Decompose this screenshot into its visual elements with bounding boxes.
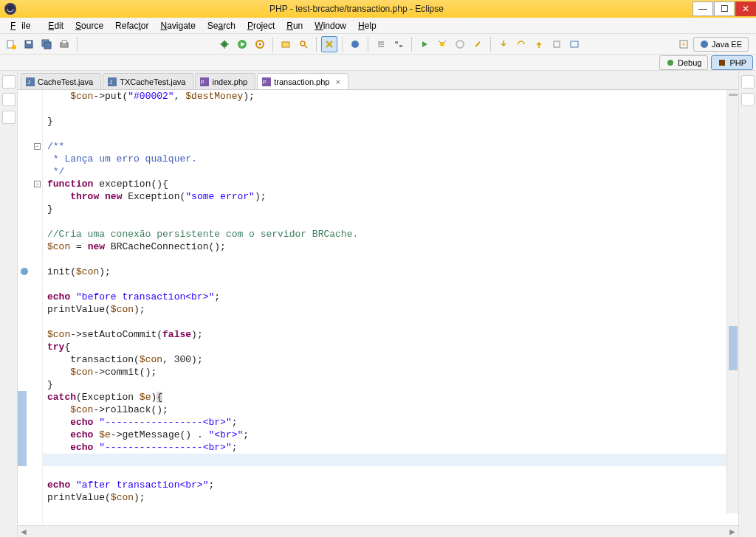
- fold-toggle-icon[interactable]: −: [34, 181, 41, 187]
- svg-rect-6: [44, 42, 51, 49]
- svg-point-2: [12, 45, 16, 49]
- save-all-button[interactable]: [38, 36, 55, 52]
- close-tab-icon[interactable]: ×: [335, 77, 340, 86]
- toggle-mark-button[interactable]: [321, 36, 337, 52]
- scroll-right-icon[interactable]: ►: [726, 526, 738, 538]
- menu-search[interactable]: Search: [202, 18, 241, 33]
- eclipse-icon: [4, 3, 16, 15]
- menu-run[interactable]: Run: [281, 18, 309, 33]
- svg-rect-8: [62, 41, 66, 44]
- step-into-button[interactable]: [495, 36, 512, 52]
- svg-point-36: [667, 60, 673, 66]
- drop-frame-button[interactable]: [549, 36, 565, 52]
- minimize-button[interactable]: —: [693, 1, 713, 16]
- open-type-button[interactable]: [278, 36, 294, 52]
- info-marker-icon[interactable]: [21, 268, 28, 275]
- svg-point-35: [701, 41, 708, 48]
- svg-line-18: [304, 45, 307, 48]
- svg-rect-31: [571, 41, 578, 47]
- svg-text:P: P: [263, 80, 267, 85]
- svg-rect-4: [27, 41, 31, 44]
- menu-edit[interactable]: Edit: [42, 18, 69, 33]
- debug-button[interactable]: [216, 36, 233, 52]
- svg-point-29: [456, 41, 464, 48]
- change-marker: [18, 391, 27, 466]
- save-button[interactable]: [21, 36, 37, 52]
- left-trim: [0, 71, 18, 537]
- overview-ruler[interactable]: [726, 90, 738, 513]
- perspective-switcher: Java EE: [671, 36, 753, 52]
- explorer-view-button[interactable]: [2, 93, 16, 106]
- workarea: JCacheTest.javaJTXCacheTest.javaPindex.p…: [0, 71, 756, 537]
- editor-tab[interactable]: Pindex.php: [195, 73, 255, 89]
- perspective-debug[interactable]: Debug: [659, 55, 708, 70]
- main-toolbar: Java EE: [0, 34, 756, 55]
- editor-gutter[interactable]: −−: [18, 90, 43, 525]
- menubar: File Edit Source Refactor Navigate Searc…: [0, 18, 756, 34]
- run-last-button[interactable]: [252, 36, 268, 52]
- menu-refactor[interactable]: Refactor: [109, 18, 154, 33]
- suspend-button[interactable]: [434, 36, 450, 52]
- svg-text:J: J: [109, 79, 112, 86]
- new-button[interactable]: [3, 36, 19, 52]
- code-area[interactable]: $con->put("#00002", $destMoney); } /** *…: [43, 90, 738, 525]
- perspective-php[interactable]: PHP: [711, 55, 753, 70]
- window-controls: — ☐ ✕: [693, 1, 756, 16]
- type-hierarchy-button[interactable]: [2, 111, 16, 124]
- disconnect-button[interactable]: [470, 36, 486, 52]
- svg-text:P: P: [201, 80, 205, 85]
- menu-file[interactable]: File: [4, 18, 42, 33]
- svg-line-28: [444, 41, 446, 43]
- toggle-breadcrumb-button[interactable]: [391, 36, 407, 52]
- menu-navigate[interactable]: Navigate: [154, 18, 201, 33]
- right-trim: [738, 71, 756, 537]
- use-step-filters-button[interactable]: [566, 36, 583, 52]
- code-content[interactable]: $con->put("#00002", $destMoney); } /** *…: [43, 90, 738, 504]
- open-perspective-button[interactable]: [676, 36, 692, 52]
- resume-button[interactable]: [416, 36, 433, 52]
- menu-window[interactable]: Window: [309, 18, 352, 33]
- editor-tabs: JCacheTest.javaJTXCacheTest.javaPindex.p…: [18, 71, 738, 90]
- code-editor[interactable]: −− $con->put("#00002", $destMoney); } /*…: [18, 90, 738, 525]
- perspective-bar: Debug PHP: [0, 55, 756, 71]
- titlebar: PHP - test-brcache/transaction.php - Ecl…: [0, 0, 756, 18]
- menu-help[interactable]: Help: [352, 18, 382, 33]
- perspective-javaee[interactable]: Java EE: [693, 37, 749, 52]
- editor-tab[interactable]: Ptransaction.php×: [257, 73, 348, 89]
- menu-project[interactable]: Project: [241, 18, 281, 33]
- current-line-highlight: [43, 454, 738, 466]
- search-button[interactable]: [295, 36, 312, 52]
- svg-rect-30: [554, 41, 560, 47]
- run-button[interactable]: [234, 36, 250, 52]
- menu-source[interactable]: Source: [69, 18, 109, 33]
- svg-text:J: J: [27, 79, 30, 86]
- editor-tab[interactable]: JTXCacheTest.java: [103, 73, 193, 89]
- step-return-button[interactable]: [531, 36, 547, 52]
- restore-view-right-button[interactable]: [741, 75, 755, 89]
- svg-point-19: [351, 41, 359, 48]
- step-over-button[interactable]: [513, 36, 529, 52]
- editor-area: JCacheTest.javaJTXCacheTest.javaPindex.p…: [18, 71, 738, 537]
- svg-rect-24: [399, 45, 402, 47]
- close-button[interactable]: ✕: [735, 1, 756, 16]
- maximize-button[interactable]: ☐: [714, 1, 735, 16]
- window-title: PHP - test-brcache/transaction.php - Ecl…: [21, 4, 693, 14]
- svg-rect-23: [395, 41, 398, 44]
- outline-button[interactable]: [373, 36, 389, 52]
- svg-marker-15: [259, 43, 262, 46]
- horizontal-scrollbar[interactable]: ◄ ►: [18, 525, 738, 537]
- svg-point-0: [7, 5, 14, 13]
- terminate-button[interactable]: [452, 36, 468, 52]
- fold-toggle-icon[interactable]: −: [34, 143, 41, 150]
- svg-line-27: [439, 41, 441, 43]
- editor-tab[interactable]: JCacheTest.java: [21, 73, 101, 89]
- outline-view-button[interactable]: [741, 93, 755, 106]
- svg-rect-16: [282, 42, 289, 47]
- svg-marker-25: [422, 41, 427, 47]
- web-button[interactable]: [347, 36, 363, 52]
- svg-rect-37: [719, 60, 725, 66]
- scroll-left-icon[interactable]: ◄: [18, 526, 30, 538]
- print-button[interactable]: [56, 36, 72, 52]
- restore-view-button[interactable]: [2, 75, 16, 89]
